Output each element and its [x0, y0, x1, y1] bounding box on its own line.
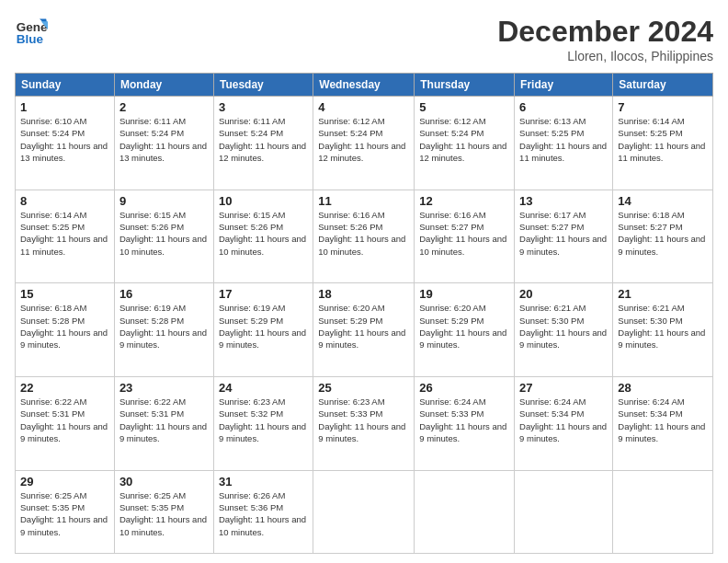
day-9: 9 Sunrise: 6:15 AMSunset: 5:26 PMDayligh…: [114, 190, 213, 283]
title-block: December 2024 Lloren, Ilocos, Philippine…: [497, 15, 713, 63]
day-17: 17 Sunrise: 6:19 AMSunset: 5:29 PMDaylig…: [213, 283, 313, 377]
col-wednesday: Wednesday: [313, 74, 415, 97]
calendar-table: Sunday Monday Tuesday Wednesday Thursday…: [15, 73, 713, 554]
week-4: 22 Sunrise: 6:22 AMSunset: 5:31 PMDaylig…: [16, 376, 713, 470]
day-3: 3 Sunrise: 6:11 AMSunset: 5:24 PMDayligh…: [213, 97, 313, 190]
day-18: 18 Sunrise: 6:20 AMSunset: 5:29 PMDaylig…: [313, 283, 415, 377]
header-row: Sunday Monday Tuesday Wednesday Thursday…: [16, 74, 713, 97]
week-5: 29 Sunrise: 6:25 AMSunset: 5:35 PMDaylig…: [16, 470, 713, 553]
day-6: 6 Sunrise: 6:13 AMSunset: 5:25 PMDayligh…: [515, 97, 613, 190]
day-27: 27 Sunrise: 6:24 AMSunset: 5:34 PMDaylig…: [515, 376, 613, 470]
svg-text:Blue: Blue: [17, 32, 44, 46]
day-4: 4 Sunrise: 6:12 AMSunset: 5:24 PMDayligh…: [313, 97, 415, 190]
day-28: 28 Sunrise: 6:24 AMSunset: 5:34 PMDaylig…: [613, 376, 713, 470]
day-24: 24 Sunrise: 6:23 AMSunset: 5:32 PMDaylig…: [213, 376, 313, 470]
col-friday: Friday: [515, 74, 613, 97]
day-21: 21 Sunrise: 6:21 AMSunset: 5:30 PMDaylig…: [613, 283, 713, 377]
day-16: 16 Sunrise: 6:19 AMSunset: 5:28 PMDaylig…: [114, 283, 213, 377]
day-22: 22 Sunrise: 6:22 AMSunset: 5:31 PMDaylig…: [16, 376, 115, 470]
col-thursday: Thursday: [415, 74, 515, 97]
day-5: 5 Sunrise: 6:12 AMSunset: 5:24 PMDayligh…: [415, 97, 515, 190]
day-8: 8 Sunrise: 6:14 AMSunset: 5:25 PMDayligh…: [16, 190, 115, 283]
col-saturday: Saturday: [613, 74, 713, 97]
header: General Blue December 2024 Lloren, Iloco…: [15, 15, 713, 63]
day-2: 2 Sunrise: 6:11 AMSunset: 5:24 PMDayligh…: [114, 97, 213, 190]
col-monday: Monday: [114, 74, 213, 97]
day-29: 29 Sunrise: 6:25 AMSunset: 5:35 PMDaylig…: [16, 470, 115, 553]
day-15: 15 Sunrise: 6:18 AMSunset: 5:28 PMDaylig…: [16, 283, 115, 377]
day-23: 23 Sunrise: 6:22 AMSunset: 5:31 PMDaylig…: [114, 376, 213, 470]
day-1: 1 Sunrise: 6:10 AMSunset: 5:24 PMDayligh…: [16, 97, 115, 190]
week-2: 8 Sunrise: 6:14 AMSunset: 5:25 PMDayligh…: [16, 190, 713, 283]
day-30: 30 Sunrise: 6:25 AMSunset: 5:35 PMDaylig…: [114, 470, 213, 553]
empty-4: [613, 470, 713, 553]
week-1: 1 Sunrise: 6:10 AMSunset: 5:24 PMDayligh…: [16, 97, 713, 190]
day-19: 19 Sunrise: 6:20 AMSunset: 5:29 PMDaylig…: [415, 283, 515, 377]
day-11: 11 Sunrise: 6:16 AMSunset: 5:26 PMDaylig…: [313, 190, 415, 283]
day-14: 14 Sunrise: 6:18 AMSunset: 5:27 PMDaylig…: [613, 190, 713, 283]
empty-2: [415, 470, 515, 553]
day-12: 12 Sunrise: 6:16 AMSunset: 5:27 PMDaylig…: [415, 190, 515, 283]
empty-1: [313, 470, 415, 553]
day-31: 31 Sunrise: 6:26 AMSunset: 5:36 PMDaylig…: [213, 470, 313, 553]
logo: General Blue: [15, 15, 48, 48]
location-subtitle: Lloren, Ilocos, Philippines: [497, 49, 713, 63]
month-title: December 2024: [497, 15, 713, 49]
day-13: 13 Sunrise: 6:17 AMSunset: 5:27 PMDaylig…: [515, 190, 613, 283]
day-25: 25 Sunrise: 6:23 AMSunset: 5:33 PMDaylig…: [313, 376, 415, 470]
page: General Blue December 2024 Lloren, Iloco…: [0, 0, 728, 563]
empty-3: [515, 470, 613, 553]
week-3: 15 Sunrise: 6:18 AMSunset: 5:28 PMDaylig…: [16, 283, 713, 377]
col-tuesday: Tuesday: [213, 74, 313, 97]
day-26: 26 Sunrise: 6:24 AMSunset: 5:33 PMDaylig…: [415, 376, 515, 470]
day-7: 7 Sunrise: 6:14 AMSunset: 5:25 PMDayligh…: [613, 97, 713, 190]
day-10: 10 Sunrise: 6:15 AMSunset: 5:26 PMDaylig…: [213, 190, 313, 283]
logo-icon: General Blue: [15, 15, 48, 48]
day-20: 20 Sunrise: 6:21 AMSunset: 5:30 PMDaylig…: [515, 283, 613, 377]
col-sunday: Sunday: [16, 74, 115, 97]
